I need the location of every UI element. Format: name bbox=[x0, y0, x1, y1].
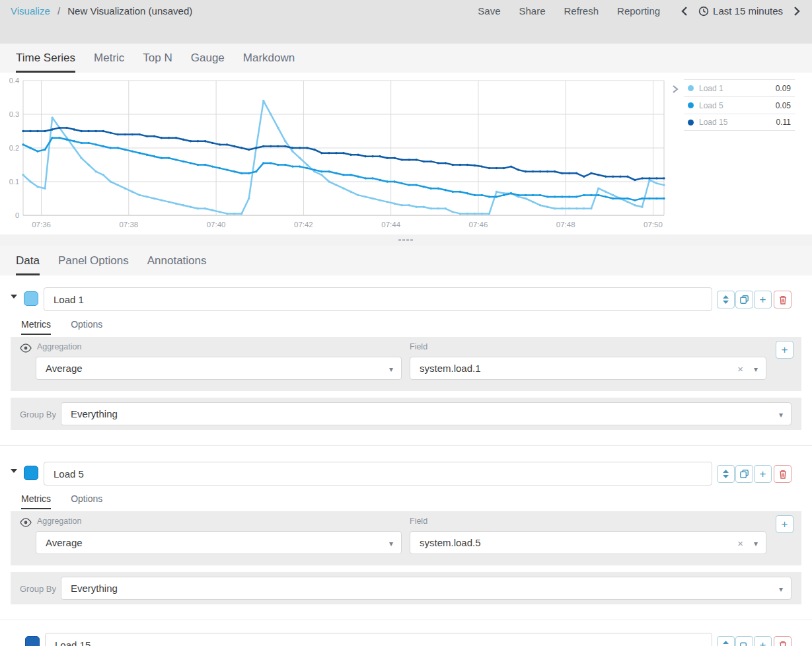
chevron-right-icon bbox=[794, 6, 800, 17]
series-clone-button[interactable] bbox=[735, 636, 753, 646]
tab-time-series[interactable]: Time Series bbox=[16, 52, 75, 73]
vis-type-tabs: Time Series Metric Top N Gauge Markdown bbox=[0, 44, 812, 73]
clock-icon bbox=[698, 6, 709, 17]
legend-collapse-button[interactable] bbox=[671, 85, 681, 94]
aggregation-value: Average bbox=[46, 363, 83, 374]
svg-text:0: 0 bbox=[15, 211, 19, 219]
plus-icon: + bbox=[760, 468, 766, 480]
series-delete-button[interactable] bbox=[774, 291, 792, 308]
aggregation-value: Average bbox=[46, 537, 83, 548]
series-label-input[interactable] bbox=[44, 287, 712, 311]
legend-item-load-1[interactable]: Load 1 0.09 bbox=[684, 79, 795, 96]
tab-panel-options[interactable]: Panel Options bbox=[58, 254, 129, 275]
series-reorder-button[interactable] bbox=[717, 291, 735, 308]
series-color-dot bbox=[688, 102, 694, 108]
tab-options[interactable]: Options bbox=[71, 493, 102, 509]
tab-data[interactable]: Data bbox=[16, 254, 40, 275]
add-metric-button[interactable]: + bbox=[776, 341, 794, 359]
tab-metrics[interactable]: Metrics bbox=[21, 493, 51, 509]
aggregation-select[interactable]: Average ▾ bbox=[36, 357, 402, 380]
aggregation-label: Aggregation bbox=[37, 517, 81, 526]
series-sub-tabs: Metrics Options bbox=[21, 493, 122, 509]
tab-metrics[interactable]: Metrics bbox=[21, 319, 51, 335]
series-color-dot bbox=[688, 85, 694, 91]
time-forward-button[interactable] bbox=[791, 6, 803, 17]
up-down-arrows-icon bbox=[722, 641, 729, 646]
reporting-button[interactable]: Reporting bbox=[617, 5, 660, 17]
time-back-button[interactable] bbox=[679, 6, 690, 17]
legend-value: 0.05 bbox=[776, 101, 791, 110]
series-clone-button[interactable] bbox=[735, 465, 753, 483]
chevron-down-icon: ▾ bbox=[779, 410, 783, 419]
series-label-input[interactable] bbox=[45, 633, 712, 646]
group-by-select[interactable]: Everything ▾ bbox=[61, 577, 792, 600]
field-value: system.load.5 bbox=[420, 537, 481, 548]
svg-text:07:38: 07:38 bbox=[119, 221, 138, 229]
series-add-button[interactable]: + bbox=[754, 636, 772, 646]
duplicate-icon bbox=[740, 641, 749, 646]
share-button[interactable]: Share bbox=[519, 5, 545, 17]
timepicker-button[interactable]: Last 15 minutes bbox=[698, 5, 783, 17]
series-collapse-caret[interactable] bbox=[11, 469, 17, 473]
series-label-input[interactable] bbox=[44, 462, 712, 485]
series-delete-button[interactable] bbox=[774, 465, 792, 483]
series-reorder-button[interactable] bbox=[717, 465, 735, 483]
series-color-swatch[interactable] bbox=[25, 636, 40, 646]
timeseries-plot[interactable]: 00.10.20.30.407:3607:3807:4007:4207:4407… bbox=[0, 77, 667, 235]
svg-text:07:42: 07:42 bbox=[294, 221, 313, 229]
svg-text:07:40: 07:40 bbox=[207, 221, 226, 229]
series-color-swatch[interactable] bbox=[24, 291, 38, 306]
field-select[interactable]: system.load.1 × ▾ bbox=[410, 357, 766, 380]
legend-label: Load 15 bbox=[699, 118, 776, 127]
group-by-value: Everything bbox=[71, 408, 118, 419]
field-select[interactable]: system.load.5 × ▾ bbox=[410, 531, 766, 554]
chevron-down-icon: ▾ bbox=[754, 539, 758, 548]
series-add-button[interactable]: + bbox=[754, 465, 772, 483]
eye-icon[interactable] bbox=[20, 518, 32, 527]
duplicate-icon bbox=[740, 470, 749, 478]
svg-text:07:44: 07:44 bbox=[381, 221, 400, 229]
panel-resize-handle[interactable] bbox=[0, 234, 812, 246]
trash-icon bbox=[779, 470, 787, 479]
top-navbar: Visualize / New Visualization (unsaved) … bbox=[0, 0, 812, 44]
tab-gauge[interactable]: Gauge bbox=[191, 52, 225, 73]
series-divider bbox=[0, 620, 812, 620]
chevron-down-icon: ▾ bbox=[754, 365, 758, 374]
chevron-down-icon: ▾ bbox=[779, 585, 783, 594]
legend-rows: Load 1 0.09 Load 5 0.05 Load 15 0.11 bbox=[684, 79, 795, 131]
save-button[interactable]: Save bbox=[478, 5, 500, 17]
svg-text:0.2: 0.2 bbox=[9, 144, 19, 152]
eye-icon[interactable] bbox=[20, 343, 32, 353]
group-by-label: Group By bbox=[20, 410, 56, 419]
group-by-label: Group By bbox=[20, 584, 56, 594]
group-by-select[interactable]: Everything ▾ bbox=[61, 402, 792, 425]
trash-icon bbox=[779, 641, 787, 646]
series-clone-button[interactable] bbox=[735, 291, 753, 308]
tab-annotations[interactable]: Annotations bbox=[147, 254, 207, 275]
legend-item-load-15[interactable]: Load 15 0.11 bbox=[684, 114, 795, 131]
tab-markdown[interactable]: Markdown bbox=[243, 52, 295, 73]
legend-item-load-5[interactable]: Load 5 0.05 bbox=[684, 96, 795, 114]
group-by-panel: Group By Everything ▾ bbox=[11, 572, 801, 604]
series-reorder-button[interactable] bbox=[717, 636, 735, 646]
series-add-button[interactable]: + bbox=[754, 291, 772, 308]
tab-options[interactable]: Options bbox=[71, 319, 102, 335]
clear-field-icon[interactable]: × bbox=[737, 537, 743, 548]
group-by-value: Everything bbox=[71, 583, 118, 594]
svg-text:07:48: 07:48 bbox=[556, 221, 575, 229]
aggregation-select[interactable]: Average ▾ bbox=[36, 531, 402, 554]
series-color-swatch[interactable] bbox=[24, 466, 38, 480]
legend-value: 0.11 bbox=[776, 118, 791, 127]
add-metric-button[interactable]: + bbox=[776, 515, 794, 533]
field-value: system.load.1 bbox=[420, 363, 481, 374]
tab-metric[interactable]: Metric bbox=[94, 52, 124, 73]
breadcrumb-visualize-link[interactable]: Visualize bbox=[11, 5, 50, 17]
tab-top-n[interactable]: Top N bbox=[143, 52, 172, 73]
plus-icon: + bbox=[760, 639, 766, 646]
clear-field-icon[interactable]: × bbox=[737, 363, 743, 374]
series-collapse-caret[interactable] bbox=[11, 295, 17, 299]
series-delete-button[interactable] bbox=[774, 636, 792, 646]
duplicate-icon bbox=[740, 295, 749, 304]
refresh-button[interactable]: Refresh bbox=[564, 5, 599, 17]
up-down-arrows-icon bbox=[722, 470, 729, 478]
